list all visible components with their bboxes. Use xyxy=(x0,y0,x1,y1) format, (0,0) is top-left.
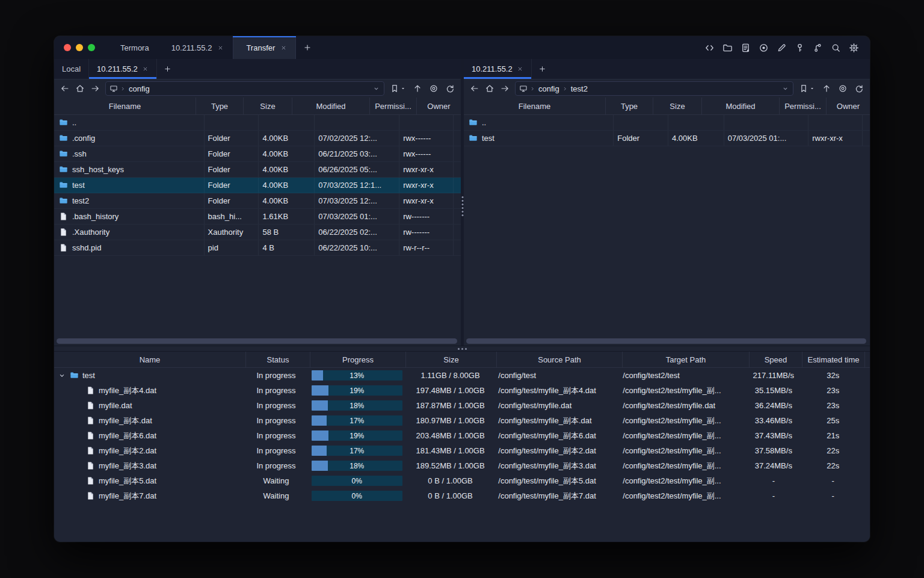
transfer-row[interactable]: myfile_副本4.datIn progress19%197.48MB / 1… xyxy=(54,383,870,398)
caret-down-icon[interactable] xyxy=(809,85,815,92)
show-hidden-button[interactable] xyxy=(838,84,848,93)
upload-button[interactable] xyxy=(822,84,831,93)
column-header[interactable]: Filename xyxy=(54,98,196,114)
table-row[interactable]: ssh_host_keysFolder4.00KB06/26/2025 05:.… xyxy=(54,162,461,178)
column-header[interactable]: Source Path xyxy=(497,352,623,367)
table-row[interactable]: .sshFolder4.00KB06/21/2025 03:...rwx----… xyxy=(54,146,461,162)
scrollbar-thumb[interactable] xyxy=(466,338,866,344)
code-icon[interactable] xyxy=(704,43,715,53)
panel-tab-10-211-55-2[interactable]: 10.211.55.2 xyxy=(464,59,532,79)
bookmark-button[interactable] xyxy=(390,84,406,93)
table-row[interactable]: .XauthorityXauthority58 B06/22/2025 02:.… xyxy=(54,225,461,240)
panel-tab-local[interactable]: Local xyxy=(54,59,89,79)
table-row[interactable]: .configFolder4.00KB07/02/2025 12:...rwx-… xyxy=(54,131,461,146)
back-button[interactable] xyxy=(60,84,70,93)
home-button[interactable] xyxy=(485,84,494,93)
table-row[interactable]: sshd.pidpid4 B06/22/2025 10:...rw-r--r-- xyxy=(54,240,461,256)
transfer-row[interactable]: myfile_副本.datIn progress17%180.97MB / 1.… xyxy=(54,413,870,428)
transfer-row[interactable]: myfile_副本3.datIn progress18%189.52MB / 1… xyxy=(54,458,870,473)
table-row[interactable]: test2Folder4.00KB07/03/2025 12:...rwxr-x… xyxy=(54,193,461,209)
transfer-row[interactable]: testIn progress13%1.11GB / 8.00GB/config… xyxy=(54,368,870,383)
back-button[interactable] xyxy=(470,84,479,93)
home-button[interactable] xyxy=(75,84,85,93)
breadcrumb-item[interactable]: config xyxy=(128,84,150,93)
folder-icon[interactable] xyxy=(722,43,733,53)
traffic-light-minimize[interactable] xyxy=(76,44,83,51)
breadcrumb-item[interactable]: config xyxy=(538,84,560,93)
column-header[interactable]: Progress xyxy=(310,352,406,367)
app-tab-10-211-55-2[interactable]: 10.211.55.2 xyxy=(158,36,233,59)
column-header[interactable]: Owner xyxy=(827,98,870,114)
breadcrumb-item[interactable]: test2 xyxy=(570,84,588,93)
panel-new-tab-button[interactable] xyxy=(157,59,178,79)
transfer-row[interactable]: myfile_副本2.datIn progress17%181.43MB / 1… xyxy=(54,443,870,458)
breadcrumb[interactable]: configtest2 xyxy=(515,81,793,96)
key-icon[interactable] xyxy=(795,43,805,53)
file-fill xyxy=(86,461,95,470)
table-row[interactable]: testFolder4.00KB07/03/2025 12:1...rwxr-x… xyxy=(54,178,461,193)
horizontal-scrollbar[interactable] xyxy=(57,338,457,344)
close-icon[interactable] xyxy=(142,66,149,72)
column-header[interactable]: Estimated time xyxy=(802,352,865,367)
transfer-row[interactable]: myfile_副本6.datIn progress19%203.48MB / 1… xyxy=(54,428,870,443)
column-header[interactable]: Type xyxy=(606,98,653,114)
column-header[interactable]: Name xyxy=(54,352,246,367)
column-header[interactable]: Owner xyxy=(417,98,461,114)
column-header[interactable]: Permissi... xyxy=(780,98,827,114)
panel-tab-10-211-55-2[interactable]: 10.211.55.2 xyxy=(89,59,157,79)
log-icon[interactable] xyxy=(741,43,751,53)
column-header[interactable]: Modified xyxy=(292,98,370,114)
scrollbar-thumb[interactable] xyxy=(57,338,457,344)
app-tab-transfer[interactable]: Transfer xyxy=(233,36,296,59)
breadcrumb[interactable]: config xyxy=(105,81,384,96)
new-tab-button[interactable] xyxy=(296,36,319,59)
column-header[interactable]: Type xyxy=(196,98,244,114)
panel-toolbar: config xyxy=(54,79,461,98)
record-icon[interactable] xyxy=(759,43,769,53)
settings-icon[interactable] xyxy=(849,43,859,53)
forward-button[interactable] xyxy=(90,84,100,93)
column-header[interactable]: Filename xyxy=(464,98,606,114)
transfer-row[interactable]: myfile_副本5.datWaiting0%0 B / 1.00GB/conf… xyxy=(54,473,870,488)
upload-button[interactable] xyxy=(413,84,422,93)
pencil-icon[interactable] xyxy=(777,43,787,53)
speed-cell: - xyxy=(746,488,801,503)
vertical-splitter-handle[interactable] xyxy=(461,196,463,216)
forward-button[interactable] xyxy=(500,84,510,93)
chevron-down-icon[interactable] xyxy=(781,85,789,93)
transfer-row[interactable]: myfile_副本7.datWaiting0%0 B / 1.00GB/conf… xyxy=(54,488,870,503)
progress-label: 17% xyxy=(312,415,402,426)
column-header[interactable]: Size xyxy=(653,98,702,114)
traffic-light-zoom[interactable] xyxy=(88,44,95,51)
transfer-row[interactable]: myfile.datIn progress18%187.87MB / 1.00G… xyxy=(54,398,870,413)
column-header[interactable]: Target Path xyxy=(623,352,750,367)
close-icon[interactable] xyxy=(217,45,224,51)
column-header[interactable]: Permissi... xyxy=(370,98,417,114)
close-icon[interactable] xyxy=(517,66,523,72)
table-row[interactable]: testFolder4.00KB07/03/2025 01:...rwxr-xr… xyxy=(464,131,870,146)
horizontal-splitter[interactable] xyxy=(54,346,870,352)
column-header[interactable]: Size xyxy=(406,352,497,367)
column-header[interactable]: Size xyxy=(244,98,292,114)
column-header[interactable]: Status xyxy=(246,352,310,367)
refresh-button[interactable] xyxy=(854,84,864,93)
branch-icon[interactable] xyxy=(813,43,823,53)
chevron-down-icon[interactable] xyxy=(372,85,380,93)
close-icon[interactable] xyxy=(280,45,287,51)
table-row[interactable]: .. xyxy=(54,115,461,131)
bookmark-button[interactable] xyxy=(799,84,815,93)
caret-down-icon[interactable] xyxy=(400,85,406,92)
app-tab-termora[interactable]: Termora xyxy=(107,36,158,59)
search-icon[interactable] xyxy=(831,43,841,53)
panel-new-tab-button[interactable] xyxy=(532,59,553,79)
table-row[interactable]: .bash_historybash_hi...1.61KB07/03/2025 … xyxy=(54,209,461,225)
horizontal-splitter-handle[interactable] xyxy=(54,346,870,351)
refresh-button[interactable] xyxy=(445,84,455,93)
show-hidden-button[interactable] xyxy=(429,84,439,93)
horizontal-scrollbar[interactable] xyxy=(466,338,866,344)
column-header[interactable]: Speed xyxy=(750,352,802,367)
chevron-down-icon[interactable] xyxy=(58,371,66,380)
column-header[interactable]: Modified xyxy=(702,98,780,114)
table-row[interactable]: .. xyxy=(464,115,870,131)
traffic-light-close[interactable] xyxy=(64,44,71,51)
